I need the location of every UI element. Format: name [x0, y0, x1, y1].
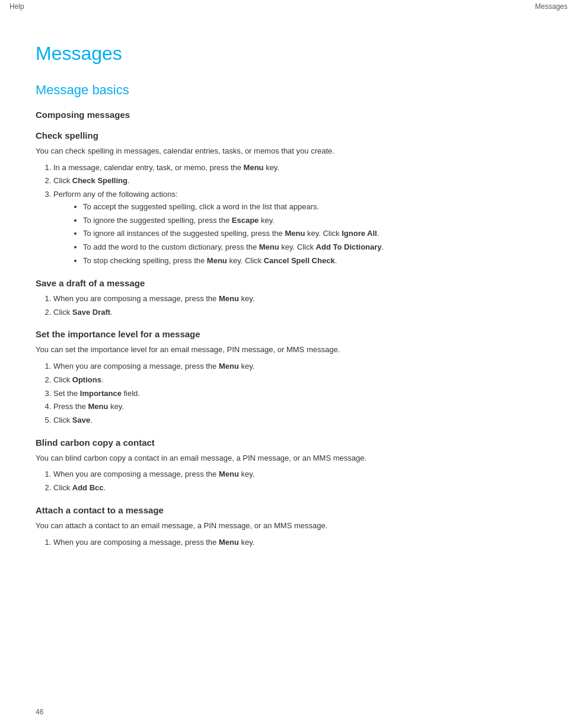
bold-text: Menu — [219, 294, 239, 303]
bullet-item: To accept the suggested spelling, click … — [83, 201, 541, 213]
header-bar: Help Messages — [0, 0, 577, 13]
bold-text: Menu — [219, 470, 239, 478]
step-item: In a message, calendar entry, task, or m… — [53, 162, 541, 174]
bold-text: Menu — [219, 362, 239, 371]
step-item: When you are composing a message, press … — [53, 537, 541, 549]
check-spelling-bullets: To accept the suggested spelling, click … — [83, 201, 541, 267]
save-draft-steps: When you are composing a message, press … — [53, 293, 541, 319]
step-item: Press the Menu key. — [53, 401, 541, 413]
section-title: Message basics — [36, 82, 541, 98]
check-spelling-title: Check spelling — [36, 130, 541, 141]
bold-text: Menu — [219, 538, 239, 547]
blind-carbon-copy-steps: When you are composing a message, press … — [53, 468, 541, 494]
step-item: Click Check Spelling. — [53, 175, 541, 187]
bold-text: Add To Dictionary — [316, 242, 382, 251]
importance-level-steps: When you are composing a message, press … — [53, 360, 541, 427]
bold-text: Menu — [207, 256, 227, 265]
bold-text: Menu — [88, 402, 109, 411]
attach-contact-intro: You can attach a contact to an email mes… — [36, 520, 541, 532]
bullet-item: To stop checking spelling, press the Men… — [83, 255, 541, 267]
bold-text: Importance — [80, 389, 122, 398]
bold-text: Save — [72, 416, 90, 424]
step-item: Click Save. — [53, 414, 541, 427]
bold-text: Cancel Spell Check — [264, 256, 335, 265]
step-item: When you are composing a message, press … — [53, 293, 541, 305]
header-left: Help — [9, 2, 24, 11]
step-item: When you are composing a message, press … — [53, 468, 541, 481]
bullet-item: To ignore all instances of the suggested… — [83, 228, 541, 240]
blind-carbon-copy-intro: You can blind carbon copy a contact in a… — [36, 452, 541, 464]
step-item: Set the Importance field. — [53, 388, 541, 400]
check-spelling-block: Check spelling You can check spelling in… — [36, 130, 541, 267]
bold-text: Add Bcc — [72, 483, 104, 492]
bold-text: Save Draft — [72, 308, 110, 317]
attach-contact-title: Attach a contact to a message — [36, 505, 541, 515]
bullet-item: To ignore the suggested spelling, press … — [83, 215, 541, 227]
attach-contact-steps: When you are composing a message, press … — [53, 537, 541, 549]
importance-level-title: Set the importance level for a message — [36, 329, 541, 339]
check-spelling-steps: In a message, calendar entry, task, or m… — [53, 162, 541, 267]
step-item: Click Save Draft. — [53, 306, 541, 319]
bold-text: Menu — [285, 229, 305, 238]
step-item: When you are composing a message, press … — [53, 360, 541, 373]
save-draft-title: Save a draft of a message — [36, 278, 541, 288]
bullet-item: To add the word to the custom dictionary… — [83, 241, 541, 254]
save-draft-block: Save a draft of a message When you are c… — [36, 278, 541, 319]
importance-level-intro: You can set the importance level for an … — [36, 344, 541, 356]
composing-section: Composing messages — [36, 110, 541, 120]
main-content: Messages Message basics Composing messag… — [0, 13, 577, 583]
blind-carbon-copy-title: Blind carbon copy a contact — [36, 438, 541, 448]
check-spelling-intro: You can check spelling in messages, cale… — [36, 145, 541, 157]
page-main-title: Messages — [36, 43, 541, 65]
importance-level-block: Set the importance level for a message Y… — [36, 329, 541, 426]
bold-text: Menu — [259, 242, 279, 251]
blind-carbon-copy-block: Blind carbon copy a contact You can blin… — [36, 438, 541, 494]
bold-text: Check Spelling — [72, 176, 127, 185]
step-item: Click Options. — [53, 374, 541, 387]
step-item: Perform any of the following actions: To… — [53, 189, 541, 267]
composing-messages-title: Composing messages — [36, 110, 541, 120]
header-right: Messages — [535, 2, 568, 11]
bold-text: Options — [72, 375, 101, 384]
page-footer: 46 — [36, 708, 43, 716]
bold-text: Menu — [244, 163, 264, 172]
page-number: 46 — [36, 708, 43, 716]
step-item: Click Add Bcc. — [53, 482, 541, 494]
bold-text: Ignore All — [342, 229, 377, 238]
bold-text: Escape — [232, 216, 259, 225]
attach-contact-block: Attach a contact to a message You can at… — [36, 505, 541, 548]
